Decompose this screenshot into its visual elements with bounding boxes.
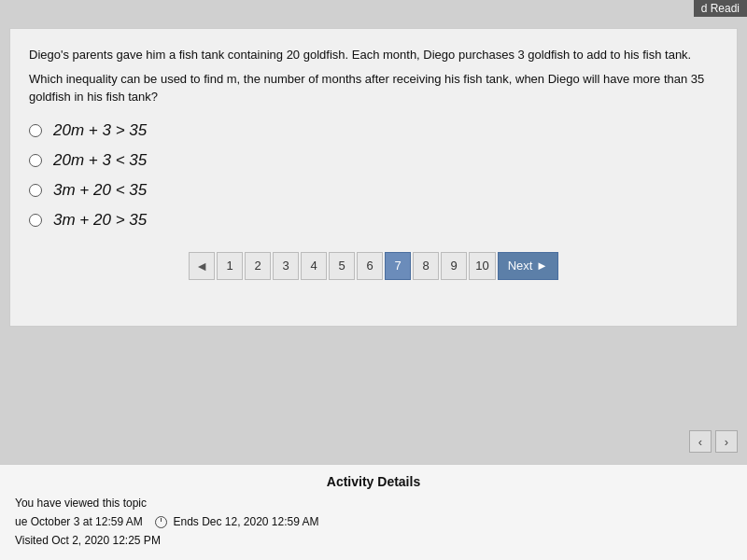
due-ends-row: ue October 3 at 12:59 AM Ends Dec 12, 20…	[15, 515, 732, 528]
sub-question: Which inequality can be used to find m, …	[29, 70, 718, 106]
side-navigation: ‹ ›	[689, 430, 738, 453]
page-5-button[interactable]: 5	[329, 252, 355, 280]
clock-icon	[155, 516, 167, 528]
page-8-button[interactable]: 8	[413, 252, 439, 280]
side-right-button[interactable]: ›	[715, 430, 738, 453]
viewed-label: You have viewed this topic	[15, 497, 732, 510]
page-6-button[interactable]: 6	[357, 252, 383, 280]
next-button[interactable]: Next ►	[498, 252, 558, 280]
page-9-button[interactable]: 9	[441, 252, 467, 280]
top-bar: d Readi	[694, 0, 747, 17]
page-10-button[interactable]: 10	[469, 252, 495, 280]
ends-label: Ends Dec 12, 2020 12:59 AM	[173, 515, 318, 528]
radio-c[interactable]	[29, 184, 42, 197]
page-7-button[interactable]: 7	[385, 252, 411, 280]
option-c-text: 3m + 20 < 35	[53, 181, 147, 200]
option-a[interactable]: 20m + 3 > 35	[29, 121, 718, 140]
activity-title: Activity Details	[15, 474, 732, 489]
page-3-button[interactable]: 3	[273, 252, 299, 280]
side-left-button[interactable]: ‹	[689, 430, 712, 453]
pagination: ◄ 1 2 3 4 5 6 7 8 9 10 Next ►	[29, 252, 718, 280]
radio-d[interactable]	[29, 214, 42, 227]
option-c[interactable]: 3m + 20 < 35	[29, 181, 718, 200]
option-a-text: 20m + 3 > 35	[53, 121, 147, 140]
question-paragraph: Diego's parents gave him a fish tank con…	[29, 46, 718, 64]
activity-section: Activity Details You have viewed this to…	[0, 464, 747, 560]
page-2-button[interactable]: 2	[245, 252, 271, 280]
option-b[interactable]: 20m + 3 < 35	[29, 151, 718, 170]
page-4-button[interactable]: 4	[301, 252, 327, 280]
due-label: ue October 3 at 12:59 AM	[15, 515, 143, 528]
top-bar-label: d Readi	[701, 2, 740, 15]
option-d[interactable]: 3m + 20 > 35	[29, 211, 718, 230]
option-d-text: 3m + 20 > 35	[53, 211, 147, 230]
radio-b[interactable]	[29, 154, 42, 167]
main-content: Diego's parents gave him a fish tank con…	[9, 28, 738, 327]
visited-label: Visited Oct 2, 2020 12:25 PM	[15, 534, 732, 547]
radio-a[interactable]	[29, 124, 42, 137]
option-b-text: 20m + 3 < 35	[53, 151, 147, 170]
answer-options: 20m + 3 > 35 20m + 3 < 35 3m + 20 < 35 3…	[29, 121, 718, 230]
prev-arrow-button[interactable]: ◄	[189, 252, 215, 280]
page-1-button[interactable]: 1	[217, 252, 243, 280]
